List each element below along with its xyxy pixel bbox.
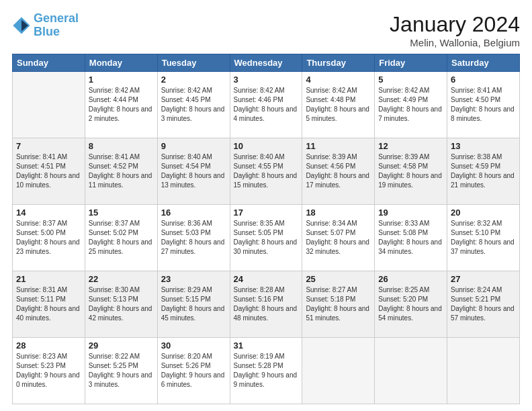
- title-area: January 2024 Melin, Wallonia, Belgium: [390, 12, 520, 48]
- calendar-cell: 20Sunrise: 8:32 AMSunset: 5:10 PMDayligh…: [447, 205, 520, 271]
- day-number: 18: [306, 208, 371, 218]
- calendar-cell: 31Sunrise: 8:19 AMSunset: 5:28 PMDayligh…: [230, 338, 302, 404]
- day-number: 7: [16, 141, 81, 151]
- day-number: 2: [161, 75, 226, 85]
- calendar-cell: [375, 338, 447, 404]
- calendar-week-5: 28Sunrise: 8:23 AMSunset: 5:23 PMDayligh…: [13, 338, 520, 404]
- main-title: January 2024: [390, 12, 520, 37]
- day-number: 28: [16, 340, 81, 351]
- header-sunday: Sunday: [13, 54, 85, 72]
- calendar-cell: 14Sunrise: 8:37 AMSunset: 5:00 PMDayligh…: [13, 205, 85, 271]
- calendar-cell: 4Sunrise: 8:42 AMSunset: 4:48 PMDaylight…: [302, 72, 375, 138]
- calendar-week-3: 14Sunrise: 8:37 AMSunset: 5:00 PMDayligh…: [13, 205, 520, 271]
- cell-info: Sunrise: 8:36 AMSunset: 5:03 PMDaylight:…: [161, 219, 226, 257]
- calendar-cell: 12Sunrise: 8:39 AMSunset: 4:58 PMDayligh…: [375, 138, 447, 205]
- cell-info: Sunrise: 8:24 AMSunset: 5:21 PMDaylight:…: [451, 285, 516, 323]
- calendar-cell: 19Sunrise: 8:33 AMSunset: 5:08 PMDayligh…: [375, 205, 447, 271]
- calendar-cell: 8Sunrise: 8:41 AMSunset: 4:52 PMDaylight…: [85, 138, 157, 205]
- day-number: 8: [89, 141, 154, 151]
- day-number: 1: [89, 75, 154, 85]
- subtitle: Melin, Wallonia, Belgium: [390, 37, 520, 48]
- cell-info: Sunrise: 8:37 AMSunset: 5:00 PMDaylight:…: [16, 219, 81, 257]
- calendar-cell: 9Sunrise: 8:40 AMSunset: 4:54 PMDaylight…: [157, 138, 230, 205]
- calendar-cell: 30Sunrise: 8:20 AMSunset: 5:26 PMDayligh…: [157, 338, 230, 404]
- day-number: 26: [378, 274, 443, 284]
- calendar-cell: 5Sunrise: 8:42 AMSunset: 4:49 PMDaylight…: [375, 72, 447, 138]
- cell-info: Sunrise: 8:27 AMSunset: 5:18 PMDaylight:…: [306, 285, 371, 323]
- calendar-cell: 25Sunrise: 8:27 AMSunset: 5:18 PMDayligh…: [302, 271, 375, 338]
- day-number: 16: [161, 208, 226, 218]
- day-number: 15: [89, 208, 154, 218]
- calendar-cell: 17Sunrise: 8:35 AMSunset: 5:05 PMDayligh…: [230, 205, 302, 271]
- cell-info: Sunrise: 8:42 AMSunset: 4:46 PMDaylight:…: [234, 86, 299, 124]
- day-number: 11: [306, 141, 371, 151]
- cell-info: Sunrise: 8:41 AMSunset: 4:52 PMDaylight:…: [89, 152, 154, 190]
- calendar-cell: 29Sunrise: 8:22 AMSunset: 5:25 PMDayligh…: [85, 338, 157, 404]
- calendar-cell: 23Sunrise: 8:29 AMSunset: 5:15 PMDayligh…: [157, 271, 230, 338]
- header-wednesday: Wednesday: [230, 54, 302, 72]
- calendar-cell: 2Sunrise: 8:42 AMSunset: 4:45 PMDaylight…: [157, 72, 230, 138]
- day-number: 3: [234, 75, 299, 85]
- day-number: 4: [306, 75, 371, 85]
- cell-info: Sunrise: 8:37 AMSunset: 5:02 PMDaylight:…: [89, 219, 154, 257]
- cell-info: Sunrise: 8:39 AMSunset: 4:56 PMDaylight:…: [306, 152, 371, 190]
- logo-icon: [12, 16, 31, 35]
- day-number: 29: [89, 340, 154, 351]
- cell-info: Sunrise: 8:29 AMSunset: 5:15 PMDaylight:…: [161, 285, 226, 323]
- calendar-cell: [302, 338, 375, 404]
- cell-info: Sunrise: 8:42 AMSunset: 4:44 PMDaylight:…: [89, 86, 154, 124]
- cell-info: Sunrise: 8:40 AMSunset: 4:55 PMDaylight:…: [234, 152, 299, 190]
- cell-info: Sunrise: 8:25 AMSunset: 5:20 PMDaylight:…: [378, 285, 443, 323]
- cell-info: Sunrise: 8:38 AMSunset: 4:59 PMDaylight:…: [451, 152, 516, 190]
- cell-info: Sunrise: 8:23 AMSunset: 5:23 PMDaylight:…: [16, 352, 81, 390]
- calendar-cell: 13Sunrise: 8:38 AMSunset: 4:59 PMDayligh…: [447, 138, 520, 205]
- calendar-cell: 11Sunrise: 8:39 AMSunset: 4:56 PMDayligh…: [302, 138, 375, 205]
- calendar-cell: 27Sunrise: 8:24 AMSunset: 5:21 PMDayligh…: [447, 271, 520, 338]
- calendar-cell: 10Sunrise: 8:40 AMSunset: 4:55 PMDayligh…: [230, 138, 302, 205]
- calendar-cell: 26Sunrise: 8:25 AMSunset: 5:20 PMDayligh…: [375, 271, 447, 338]
- day-number: 30: [161, 340, 226, 351]
- day-number: 17: [234, 208, 299, 218]
- header-saturday: Saturday: [447, 54, 520, 72]
- day-number: 27: [451, 274, 516, 284]
- calendar-cell: 6Sunrise: 8:41 AMSunset: 4:50 PMDaylight…: [447, 72, 520, 138]
- day-number: 9: [161, 141, 226, 151]
- day-number: 14: [16, 208, 81, 218]
- calendar-week-2: 7Sunrise: 8:41 AMSunset: 4:51 PMDaylight…: [13, 138, 520, 205]
- day-number: 10: [234, 141, 299, 151]
- header-friday: Friday: [375, 54, 447, 72]
- header-thursday: Thursday: [302, 54, 375, 72]
- cell-info: Sunrise: 8:42 AMSunset: 4:45 PMDaylight:…: [161, 86, 226, 124]
- cell-info: Sunrise: 8:30 AMSunset: 5:13 PMDaylight:…: [89, 285, 154, 323]
- cell-info: Sunrise: 8:22 AMSunset: 5:25 PMDaylight:…: [89, 352, 154, 390]
- day-number: 21: [16, 274, 81, 284]
- calendar-week-4: 21Sunrise: 8:31 AMSunset: 5:11 PMDayligh…: [13, 271, 520, 338]
- calendar-cell: 24Sunrise: 8:28 AMSunset: 5:16 PMDayligh…: [230, 271, 302, 338]
- calendar-cell: 7Sunrise: 8:41 AMSunset: 4:51 PMDaylight…: [13, 138, 85, 205]
- page: General Blue January 2024 Melin, Walloni…: [0, 0, 532, 411]
- cell-info: Sunrise: 8:28 AMSunset: 5:16 PMDaylight:…: [234, 285, 299, 323]
- calendar-cell: 3Sunrise: 8:42 AMSunset: 4:46 PMDaylight…: [230, 72, 302, 138]
- cell-info: Sunrise: 8:34 AMSunset: 5:07 PMDaylight:…: [306, 219, 371, 257]
- logo-text: General Blue: [34, 12, 79, 39]
- day-number: 24: [234, 274, 299, 284]
- calendar-cell: 28Sunrise: 8:23 AMSunset: 5:23 PMDayligh…: [13, 338, 85, 404]
- cell-info: Sunrise: 8:41 AMSunset: 4:50 PMDaylight:…: [451, 86, 516, 124]
- day-number: 19: [378, 208, 443, 218]
- cell-info: Sunrise: 8:20 AMSunset: 5:26 PMDaylight:…: [161, 352, 226, 390]
- calendar-cell: 21Sunrise: 8:31 AMSunset: 5:11 PMDayligh…: [13, 271, 85, 338]
- cell-info: Sunrise: 8:42 AMSunset: 4:48 PMDaylight:…: [306, 86, 371, 124]
- cell-info: Sunrise: 8:33 AMSunset: 5:08 PMDaylight:…: [378, 219, 443, 257]
- calendar-cell: 22Sunrise: 8:30 AMSunset: 5:13 PMDayligh…: [85, 271, 157, 338]
- header: General Blue January 2024 Melin, Walloni…: [12, 12, 520, 48]
- calendar-cell: 15Sunrise: 8:37 AMSunset: 5:02 PMDayligh…: [85, 205, 157, 271]
- day-number: 13: [451, 141, 516, 151]
- cell-info: Sunrise: 8:31 AMSunset: 5:11 PMDaylight:…: [16, 285, 81, 323]
- cell-info: Sunrise: 8:19 AMSunset: 5:28 PMDaylight:…: [234, 352, 299, 390]
- calendar-cell: 1Sunrise: 8:42 AMSunset: 4:44 PMDaylight…: [85, 72, 157, 138]
- cell-info: Sunrise: 8:40 AMSunset: 4:54 PMDaylight:…: [161, 152, 226, 190]
- calendar-cell: [447, 338, 520, 404]
- cell-info: Sunrise: 8:41 AMSunset: 4:51 PMDaylight:…: [16, 152, 81, 190]
- calendar-cell: [13, 72, 85, 138]
- day-number: 12: [378, 141, 443, 151]
